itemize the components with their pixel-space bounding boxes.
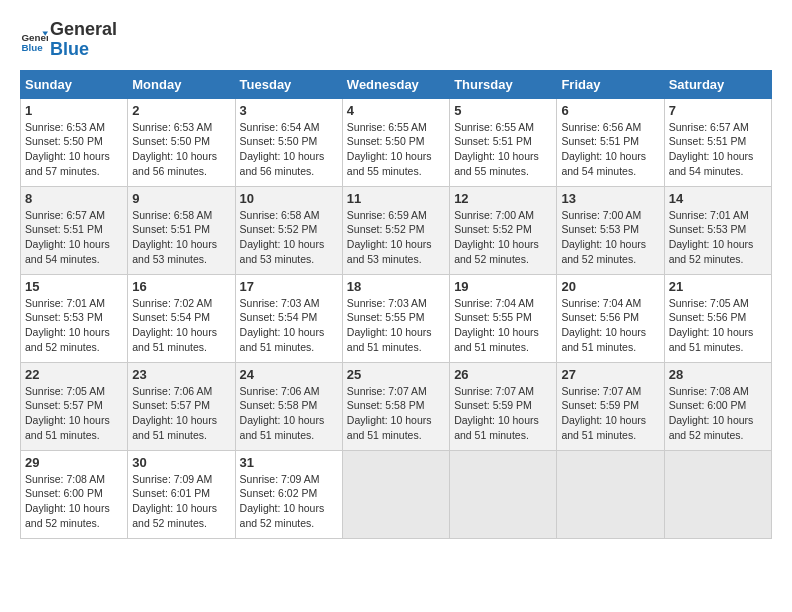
day-number: 31 [240,455,338,470]
day-info: Sunrise: 6:56 AM Sunset: 5:51 PM Dayligh… [561,120,659,179]
weekday-header-sunday: Sunday [21,70,128,98]
day-info: Sunrise: 6:55 AM Sunset: 5:50 PM Dayligh… [347,120,445,179]
day-number: 19 [454,279,552,294]
logo-icon: General Blue [20,26,48,54]
weekday-header-wednesday: Wednesday [342,70,449,98]
day-info: Sunrise: 6:58 AM Sunset: 5:52 PM Dayligh… [240,208,338,267]
day-info: Sunrise: 7:02 AM Sunset: 5:54 PM Dayligh… [132,296,230,355]
calendar-table: SundayMondayTuesdayWednesdayThursdayFrid… [20,70,772,539]
day-number: 18 [347,279,445,294]
day-cell-28: 28Sunrise: 7:08 AM Sunset: 6:00 PM Dayli… [664,362,771,450]
weekday-header-tuesday: Tuesday [235,70,342,98]
day-cell-10: 10Sunrise: 6:58 AM Sunset: 5:52 PM Dayli… [235,186,342,274]
empty-cell [557,450,664,538]
day-info: Sunrise: 7:07 AM Sunset: 5:59 PM Dayligh… [454,384,552,443]
day-cell-18: 18Sunrise: 7:03 AM Sunset: 5:55 PM Dayli… [342,274,449,362]
day-cell-15: 15Sunrise: 7:01 AM Sunset: 5:53 PM Dayli… [21,274,128,362]
day-cell-1: 1Sunrise: 6:53 AM Sunset: 5:50 PM Daylig… [21,98,128,186]
day-info: Sunrise: 7:01 AM Sunset: 5:53 PM Dayligh… [25,296,123,355]
day-info: Sunrise: 7:06 AM Sunset: 5:57 PM Dayligh… [132,384,230,443]
day-number: 30 [132,455,230,470]
day-cell-4: 4Sunrise: 6:55 AM Sunset: 5:50 PM Daylig… [342,98,449,186]
day-cell-12: 12Sunrise: 7:00 AM Sunset: 5:52 PM Dayli… [450,186,557,274]
day-number: 22 [25,367,123,382]
day-number: 29 [25,455,123,470]
day-cell-26: 26Sunrise: 7:07 AM Sunset: 5:59 PM Dayli… [450,362,557,450]
day-info: Sunrise: 7:03 AM Sunset: 5:54 PM Dayligh… [240,296,338,355]
calendar-week-1: 1Sunrise: 6:53 AM Sunset: 5:50 PM Daylig… [21,98,772,186]
day-number: 5 [454,103,552,118]
day-number: 23 [132,367,230,382]
svg-text:Blue: Blue [21,42,43,53]
day-cell-29: 29Sunrise: 7:08 AM Sunset: 6:00 PM Dayli… [21,450,128,538]
day-info: Sunrise: 7:09 AM Sunset: 6:02 PM Dayligh… [240,472,338,531]
weekday-header-thursday: Thursday [450,70,557,98]
day-number: 10 [240,191,338,206]
day-cell-16: 16Sunrise: 7:02 AM Sunset: 5:54 PM Dayli… [128,274,235,362]
day-number: 26 [454,367,552,382]
day-cell-3: 3Sunrise: 6:54 AM Sunset: 5:50 PM Daylig… [235,98,342,186]
logo: General Blue General Blue [20,20,117,60]
calendar-week-2: 8Sunrise: 6:57 AM Sunset: 5:51 PM Daylig… [21,186,772,274]
day-cell-20: 20Sunrise: 7:04 AM Sunset: 5:56 PM Dayli… [557,274,664,362]
day-cell-8: 8Sunrise: 6:57 AM Sunset: 5:51 PM Daylig… [21,186,128,274]
day-cell-17: 17Sunrise: 7:03 AM Sunset: 5:54 PM Dayli… [235,274,342,362]
day-number: 20 [561,279,659,294]
day-number: 7 [669,103,767,118]
weekday-header-monday: Monday [128,70,235,98]
day-cell-21: 21Sunrise: 7:05 AM Sunset: 5:56 PM Dayli… [664,274,771,362]
day-cell-6: 6Sunrise: 6:56 AM Sunset: 5:51 PM Daylig… [557,98,664,186]
day-number: 25 [347,367,445,382]
day-number: 3 [240,103,338,118]
day-number: 1 [25,103,123,118]
day-cell-27: 27Sunrise: 7:07 AM Sunset: 5:59 PM Dayli… [557,362,664,450]
day-number: 15 [25,279,123,294]
day-info: Sunrise: 6:53 AM Sunset: 5:50 PM Dayligh… [132,120,230,179]
day-info: Sunrise: 6:57 AM Sunset: 5:51 PM Dayligh… [25,208,123,267]
day-info: Sunrise: 7:06 AM Sunset: 5:58 PM Dayligh… [240,384,338,443]
day-number: 28 [669,367,767,382]
day-number: 12 [454,191,552,206]
weekday-header-friday: Friday [557,70,664,98]
day-info: Sunrise: 7:09 AM Sunset: 6:01 PM Dayligh… [132,472,230,531]
day-info: Sunrise: 7:00 AM Sunset: 5:53 PM Dayligh… [561,208,659,267]
day-cell-19: 19Sunrise: 7:04 AM Sunset: 5:55 PM Dayli… [450,274,557,362]
day-number: 16 [132,279,230,294]
day-info: Sunrise: 6:53 AM Sunset: 5:50 PM Dayligh… [25,120,123,179]
day-info: Sunrise: 7:05 AM Sunset: 5:56 PM Dayligh… [669,296,767,355]
calendar-week-4: 22Sunrise: 7:05 AM Sunset: 5:57 PM Dayli… [21,362,772,450]
day-number: 8 [25,191,123,206]
day-info: Sunrise: 7:08 AM Sunset: 6:00 PM Dayligh… [25,472,123,531]
day-cell-31: 31Sunrise: 7:09 AM Sunset: 6:02 PM Dayli… [235,450,342,538]
day-number: 11 [347,191,445,206]
day-number: 24 [240,367,338,382]
day-info: Sunrise: 6:58 AM Sunset: 5:51 PM Dayligh… [132,208,230,267]
day-cell-24: 24Sunrise: 7:06 AM Sunset: 5:58 PM Dayli… [235,362,342,450]
day-cell-30: 30Sunrise: 7:09 AM Sunset: 6:01 PM Dayli… [128,450,235,538]
day-cell-22: 22Sunrise: 7:05 AM Sunset: 5:57 PM Dayli… [21,362,128,450]
empty-cell [342,450,449,538]
day-info: Sunrise: 7:07 AM Sunset: 5:58 PM Dayligh… [347,384,445,443]
day-number: 9 [132,191,230,206]
empty-cell [450,450,557,538]
day-cell-14: 14Sunrise: 7:01 AM Sunset: 5:53 PM Dayli… [664,186,771,274]
day-number: 14 [669,191,767,206]
day-cell-23: 23Sunrise: 7:06 AM Sunset: 5:57 PM Dayli… [128,362,235,450]
day-cell-13: 13Sunrise: 7:00 AM Sunset: 5:53 PM Dayli… [557,186,664,274]
day-cell-2: 2Sunrise: 6:53 AM Sunset: 5:50 PM Daylig… [128,98,235,186]
weekday-header-row: SundayMondayTuesdayWednesdayThursdayFrid… [21,70,772,98]
day-info: Sunrise: 7:01 AM Sunset: 5:53 PM Dayligh… [669,208,767,267]
day-number: 2 [132,103,230,118]
day-number: 4 [347,103,445,118]
day-number: 13 [561,191,659,206]
day-info: Sunrise: 6:59 AM Sunset: 5:52 PM Dayligh… [347,208,445,267]
day-cell-9: 9Sunrise: 6:58 AM Sunset: 5:51 PM Daylig… [128,186,235,274]
day-number: 27 [561,367,659,382]
calendar-week-3: 15Sunrise: 7:01 AM Sunset: 5:53 PM Dayli… [21,274,772,362]
day-number: 17 [240,279,338,294]
day-cell-5: 5Sunrise: 6:55 AM Sunset: 5:51 PM Daylig… [450,98,557,186]
calendar-week-5: 29Sunrise: 7:08 AM Sunset: 6:00 PM Dayli… [21,450,772,538]
page-header: General Blue General Blue [20,20,772,60]
day-info: Sunrise: 7:04 AM Sunset: 5:55 PM Dayligh… [454,296,552,355]
day-info: Sunrise: 7:08 AM Sunset: 6:00 PM Dayligh… [669,384,767,443]
